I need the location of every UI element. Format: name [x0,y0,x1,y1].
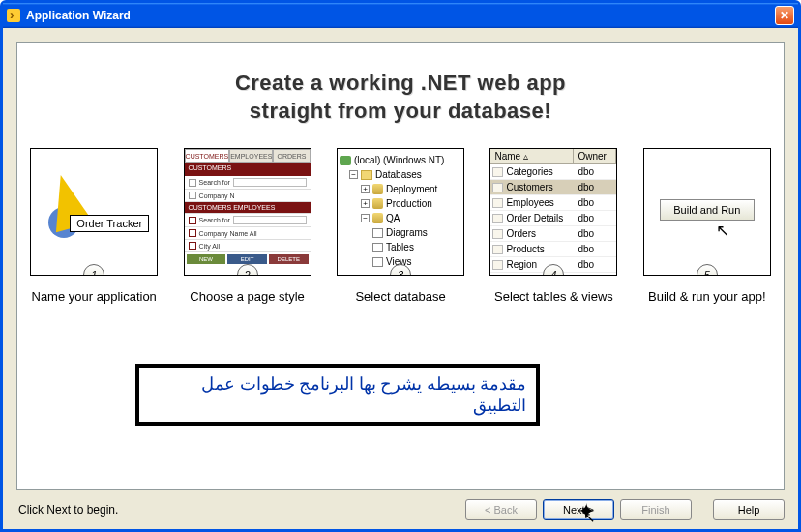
finish-button[interactable]: Finish [620,499,692,520]
back-button[interactable]: < Back [465,499,537,520]
ps-tab: ORDERS [273,149,310,163]
step-3: (local) (Windows NT) −Databases +Deploym… [330,148,471,304]
next-button[interactable]: Next > [543,499,614,520]
step-4-thumb: Name ▵ Owner CategoriesdboCustomersdboEm… [490,148,617,276]
step-5-caption: Build & run your app! [648,289,765,304]
database-icon [372,198,383,209]
table-icon [492,214,503,223]
table-row: Categoriesdbo [490,164,616,180]
headline: Create a working .NET web app straight f… [17,70,784,125]
table-row: Productsdbo [490,242,616,257]
content-area: Create a working .NET web app straight f… [3,28,798,529]
step-2-thumb: CUSTOMERS EMPLOYEES ORDERS CUSTOMERS Sea… [184,148,312,276]
step-3-caption: Select database [355,289,445,304]
titlebar[interactable]: Application Wizard ✕ [3,3,798,28]
step-4-caption: Select tables & views [494,289,613,304]
steps-row: Order Tracker 1 Name your application CU… [17,148,784,304]
step-4: Name ▵ Owner CategoriesdboCustomersdboEm… [483,148,624,304]
ps-tab: EMPLOYEES [229,149,273,163]
step-3-thumb: (local) (Windows NT) −Databases +Deploym… [337,148,464,276]
inner-panel: Create a working .NET web app straight f… [16,42,785,490]
server-icon [340,156,351,165]
build-run-button: Build and Run [660,199,755,221]
step-2: CUSTOMERS EMPLOYEES ORDERS CUSTOMERS Sea… [176,148,317,304]
window-title: Application Wizard [26,9,131,22]
app-name-label: Order Tracker [70,215,149,232]
table-icon [492,245,503,254]
database-icon [372,213,383,223]
step-1-thumb: Order Tracker 1 [30,148,158,276]
table-icon [492,229,503,239]
step-1-caption: Name your application [32,289,157,304]
headline-line2: straight from your database! [17,98,784,126]
step-5-thumb: Build and Run ↖ 5 [643,148,771,276]
footer: Click Next to begin. < Back Next > Finis… [16,490,785,529]
arabic-description: مقدمة بسيطه يشرح بها البرنامج خطوات عمل … [135,364,540,426]
folder-icon [361,170,372,180]
ps-tab: CUSTOMERS [185,149,230,163]
table-row: Customersdbo [490,180,616,195]
close-button[interactable]: ✕ [775,6,794,25]
view-icon [372,257,383,267]
table-row: Order Detailsdbo [490,211,616,226]
step-1-badge: 1 [83,264,104,276]
wizard-window: Application Wizard ✕ Create a working .N… [0,0,801,532]
table-icon [492,167,503,177]
app-icon [7,9,20,22]
table-row: Ordersdbo [490,226,616,242]
table-icon [372,243,383,252]
step-2-caption: Choose a page style [190,289,305,304]
footer-hint: Click Next to begin. [18,503,118,517]
table-icon [492,183,503,192]
database-icon [372,184,383,194]
table-icon [492,198,503,208]
step-5-badge: 5 [697,264,718,276]
table-row: Employeesdbo [490,195,616,211]
table-icon [492,260,503,270]
headline-line1: Create a working .NET web app [17,70,784,98]
diagram-icon [372,228,383,238]
step-5: Build and Run ↖ 5 Build & run your app! [637,148,778,304]
cursor-icon: ↖ [716,221,729,241]
ps-strip: CUSTOMERS [185,163,311,176]
help-button[interactable]: Help [713,499,785,520]
step-1: Order Tracker 1 Name your application [23,148,164,304]
